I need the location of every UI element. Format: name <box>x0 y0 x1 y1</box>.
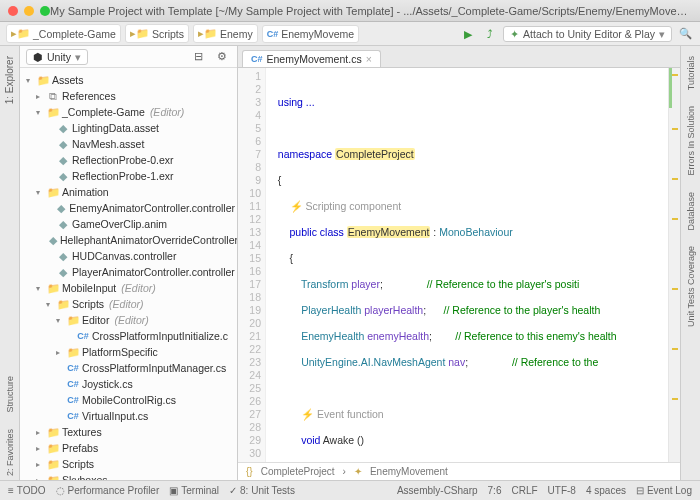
tree-node[interactable]: ◆EnemyAnimatorController.controller <box>22 200 235 216</box>
tree-node[interactable]: ◆LightingData.asset <box>22 120 235 136</box>
tree-node[interactable]: ▾📁Animation <box>22 184 235 200</box>
status-profiler[interactable]: ◌ Performance Profiler <box>56 485 160 496</box>
tree-node[interactable]: ◆ReflectionProbe-1.exr <box>22 168 235 184</box>
status-indent[interactable]: 4 spaces <box>586 485 626 496</box>
tool-favorites[interactable]: 2: Favorites <box>5 425 15 480</box>
close-icon[interactable] <box>8 6 18 16</box>
code-breadcrumb[interactable]: {}CompleteProject › ✦EnemyMovement <box>238 462 680 480</box>
tree-node[interactable]: ▸📁Prefabs <box>22 440 235 456</box>
code-editor[interactable]: 1234567891011121314151617181920212223242… <box>238 68 680 462</box>
unity-icon: ⬢ <box>33 51 43 63</box>
code-lines[interactable]: using ... namespace CompleteProject { ⚡ … <box>266 68 668 462</box>
maximize-icon[interactable] <box>40 6 50 16</box>
tree-node[interactable]: ▸⧉References <box>22 88 235 104</box>
tree-node[interactable]: ◆HellephantAnimatorOverrideController <box>22 232 235 248</box>
collapse-icon[interactable]: ⊟ <box>189 48 207 66</box>
tool-unit-tests-coverage[interactable]: Unit Tests Coverage <box>686 242 696 331</box>
tool-database[interactable]: Database <box>686 188 696 235</box>
csharp-icon: C# <box>251 54 263 64</box>
editor-pane: C# EnemyMovement.cs × 123456789101112131… <box>238 46 680 480</box>
folder-icon: ▸📁 <box>130 27 149 40</box>
tree-node[interactable]: C#VirtualInput.cs <box>22 408 235 424</box>
run-button[interactable]: ▶ <box>459 25 477 43</box>
tree-node[interactable]: ◆PlayerAnimatorController.controller <box>22 264 235 280</box>
bug-icon: ✦ <box>510 28 519 40</box>
window-controls <box>8 6 50 16</box>
breadcrumb-bar: ▸📁_Complete-Game ▸📁Scripts ▸📁Enemy C#Ene… <box>0 22 700 46</box>
chevron-down-icon: ▾ <box>659 28 665 40</box>
tree-node[interactable]: ▾📁Editor(Editor) <box>22 312 235 328</box>
breadcrumb[interactable]: ▸📁Enemy <box>193 24 258 43</box>
tree-node[interactable]: ▾📁MobileInput(Editor) <box>22 280 235 296</box>
search-button[interactable]: 🔍 <box>676 25 694 43</box>
status-unit-tests[interactable]: ✓ 8: Unit Tests <box>229 485 295 496</box>
right-toolstrip: Tutorials Errors In Solution Database Un… <box>680 46 700 480</box>
tree-node[interactable]: ▸📁PlatformSpecific <box>22 344 235 360</box>
project-tree[interactable]: ▾📁Assets▸⧉References▾📁_Complete-Game(Edi… <box>20 68 237 480</box>
folder-icon: ▸📁 <box>198 27 217 40</box>
class-icon: ✦ <box>354 466 362 477</box>
tree-node[interactable]: ▾📁Scripts(Editor) <box>22 296 235 312</box>
status-encoding[interactable]: UTF-8 <box>548 485 576 496</box>
line-gutter: 1234567891011121314151617181920212223242… <box>238 68 266 462</box>
status-eol[interactable]: CRLF <box>511 485 537 496</box>
editor-marker-strip[interactable] <box>668 68 680 462</box>
tool-errors[interactable]: Errors In Solution <box>686 102 696 180</box>
tree-node[interactable]: ▸📁Textures <box>22 424 235 440</box>
status-event-log[interactable]: ⊟ Event Log <box>636 485 692 496</box>
breadcrumb[interactable]: ▸📁_Complete-Game <box>6 24 121 43</box>
close-icon[interactable]: × <box>366 53 372 65</box>
tree-node[interactable]: C#Joystick.cs <box>22 376 235 392</box>
status-caret-pos[interactable]: 7:6 <box>488 485 502 496</box>
gear-icon[interactable]: ⚙ <box>213 48 231 66</box>
debug-button[interactable]: ⤴ <box>481 25 499 43</box>
view-selector[interactable]: ⬢Unity▾ <box>26 49 88 65</box>
csharp-icon: C# <box>267 29 279 39</box>
chevron-down-icon: ▾ <box>75 51 81 63</box>
left-toolstrip: 1: Explorer Structure 2: Favorites <box>0 46 20 480</box>
breadcrumb[interactable]: C#EnemyMoveme <box>262 25 359 43</box>
tree-node[interactable]: ◆NavMesh.asset <box>22 136 235 152</box>
tree-node[interactable]: C#CrossPlatformInputManager.cs <box>22 360 235 376</box>
folder-icon: ▸📁 <box>11 27 30 40</box>
tab-label: EnemyMovement.cs <box>267 53 362 65</box>
tree-node[interactable]: ▸📁Scripts <box>22 456 235 472</box>
tree-node[interactable]: ◆HUDCanvas.controller <box>22 248 235 264</box>
status-todo[interactable]: ≡ TODO <box>8 485 46 496</box>
titlebar: My Sample Project with Template [~/My Sa… <box>0 0 700 22</box>
tree-node[interactable]: ▾📁Assets <box>22 72 235 88</box>
tool-tutorials[interactable]: Tutorials <box>686 52 696 94</box>
tree-node[interactable]: ◆GameOverClip.anim <box>22 216 235 232</box>
tool-explorer[interactable]: 1: Explorer <box>4 52 15 108</box>
tree-node[interactable]: ▾📁_Complete-Game(Editor) <box>22 104 235 120</box>
tree-node[interactable]: ▸📁Skyboxes <box>22 472 235 480</box>
namespace-icon: {} <box>246 466 253 477</box>
tab-file[interactable]: C# EnemyMovement.cs × <box>242 50 381 67</box>
window-title: My Sample Project with Template [~/My Sa… <box>50 5 692 17</box>
tree-node[interactable]: C#CrossPlatformInputInitialize.c <box>22 328 235 344</box>
breadcrumb[interactable]: ▸📁Scripts <box>125 24 189 43</box>
status-assembly[interactable]: Assembly-CSharp <box>397 485 478 496</box>
tool-structure[interactable]: Structure <box>5 372 15 417</box>
status-terminal[interactable]: ▣ Terminal <box>169 485 219 496</box>
tree-node[interactable]: ◆ReflectionProbe-0.exr <box>22 152 235 168</box>
editor-tabs: C# EnemyMovement.cs × <box>238 46 680 68</box>
explorer-sidebar: ⬢Unity▾ ⊟ ⚙ ▾📁Assets▸⧉References▾📁_Compl… <box>20 46 238 480</box>
run-config-dropdown[interactable]: ✦Attach to Unity Editor & Play▾ <box>503 26 672 42</box>
status-bar: ≡ TODO ◌ Performance Profiler ▣ Terminal… <box>0 480 700 500</box>
tree-node[interactable]: C#MobileControlRig.cs <box>22 392 235 408</box>
minimize-icon[interactable] <box>24 6 34 16</box>
